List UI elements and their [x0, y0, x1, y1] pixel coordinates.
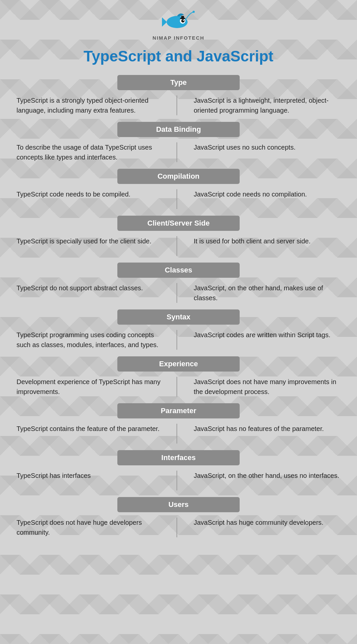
col-right-compilation: JavaScript code needs no compilation.: [177, 189, 344, 199]
svg-point-3: [181, 19, 184, 22]
content-row-experience: Development experience of TypeScript has…: [13, 377, 344, 397]
content-row-users: TypeScript does not have huge developers…: [13, 518, 344, 537]
col-left-interfaces: TypeScript has interfaces: [13, 471, 177, 481]
section-interfaces: InterfacesTypeScript has interfacesJavaS…: [13, 450, 344, 490]
category-label-syntax: Syntax: [13, 309, 344, 325]
col-right-syntax: JavaScript codes are written within Scri…: [177, 330, 344, 340]
category-label-client-server: Client/Server Side: [13, 216, 344, 231]
col-left-parameter: TypeScript contains the feature of the p…: [13, 424, 177, 434]
section-experience: ExperienceDevelopment experience of Type…: [13, 356, 344, 397]
col-right-users: JavaScript has huge community developers…: [177, 518, 344, 527]
category-badge-parameter: Parameter: [117, 403, 240, 418]
category-badge-type: Type: [117, 75, 240, 90]
col-left-data-binding: To describe the usage of data TypeScript…: [13, 142, 177, 162]
brand-name: NIMAP INFOTECH: [153, 35, 205, 41]
content-row-client-server: TypeScript is specially used for the cli…: [13, 236, 344, 256]
svg-point-4: [183, 20, 184, 21]
col-left-users: TypeScript does not have huge developers…: [13, 518, 177, 537]
category-badge-data-binding: Data Binding: [117, 122, 240, 137]
col-right-type: JavaScript is a lightweight, interpreted…: [177, 95, 344, 115]
svg-point-5: [193, 11, 195, 13]
category-label-data-binding: Data Binding: [13, 122, 344, 137]
col-left-classes: TypeScript do not support abstract class…: [13, 283, 177, 293]
category-badge-classes: Classes: [117, 263, 240, 278]
section-parameter: ParameterTypeScript contains the feature…: [13, 403, 344, 444]
category-badge-compilation: Compilation: [117, 169, 240, 184]
category-label-classes: Classes: [13, 263, 344, 278]
content-row-parameter: TypeScript contains the feature of the p…: [13, 424, 344, 444]
col-left-type: TypeScript is a strongly typed object-or…: [13, 95, 177, 115]
category-badge-interfaces: Interfaces: [117, 450, 240, 465]
col-right-experience: JavaScript does not have many improvemen…: [177, 377, 344, 397]
col-right-data-binding: JavaScript uses no such concepts.: [177, 142, 344, 152]
svg-marker-1: [162, 18, 167, 27]
content-row-interfaces: TypeScript has interfacesJavaScript, on …: [13, 471, 344, 490]
col-left-experience: Development experience of TypeScript has…: [13, 377, 177, 397]
content-row-compilation: TypeScript code needs to be compiled.Jav…: [13, 189, 344, 209]
content-row-data-binding: To describe the usage of data TypeScript…: [13, 142, 344, 162]
col-left-syntax: TypeScript programming uses coding conce…: [13, 330, 177, 350]
section-data-binding: Data BindingTo describe the usage of dat…: [13, 122, 344, 162]
section-compilation: CompilationTypeScript code needs to be c…: [13, 169, 344, 209]
col-right-client-server: It is used for both client and server si…: [177, 236, 344, 246]
section-syntax: SyntaxTypeScript programming uses coding…: [13, 309, 344, 350]
logo-area: NIMAP INFOTECH: [13, 10, 344, 41]
section-users: UsersTypeScript does not have huge devel…: [13, 497, 344, 537]
category-label-parameter: Parameter: [13, 403, 344, 418]
logo-icon: [162, 10, 195, 33]
comparison-wrapper: TypeTypeScript is a strongly typed objec…: [13, 75, 344, 537]
svg-rect-7: [181, 16, 184, 18]
category-badge-client-server: Client/Server Side: [117, 216, 240, 231]
content-row-type: TypeScript is a strongly typed object-or…: [13, 95, 344, 115]
category-label-type: Type: [13, 75, 344, 90]
section-type: TypeTypeScript is a strongly typed objec…: [13, 75, 344, 115]
content-row-classes: TypeScript do not support abstract class…: [13, 283, 344, 303]
category-badge-users: Users: [117, 497, 240, 512]
category-label-experience: Experience: [13, 356, 344, 372]
category-label-interfaces: Interfaces: [13, 450, 344, 465]
col-right-interfaces: JavaScript, on the other hand, uses no i…: [177, 471, 344, 481]
category-label-users: Users: [13, 497, 344, 512]
category-label-compilation: Compilation: [13, 169, 344, 184]
section-client-server: Client/Server SideTypeScript is speciall…: [13, 216, 344, 256]
section-classes: ClassesTypeScript do not support abstrac…: [13, 263, 344, 303]
col-left-compilation: TypeScript code needs to be compiled.: [13, 189, 177, 199]
content-row-syntax: TypeScript programming uses coding conce…: [13, 330, 344, 350]
col-right-parameter: JavaScript has no features of the parame…: [177, 424, 344, 434]
col-left-client-server: TypeScript is specially used for the cli…: [13, 236, 177, 246]
category-badge-experience: Experience: [117, 356, 240, 372]
category-badge-syntax: Syntax: [117, 309, 240, 325]
main-title: TypeScript and JavaScript: [13, 47, 344, 65]
col-right-classes: JavaScript, on the other hand, makes use…: [177, 283, 344, 303]
